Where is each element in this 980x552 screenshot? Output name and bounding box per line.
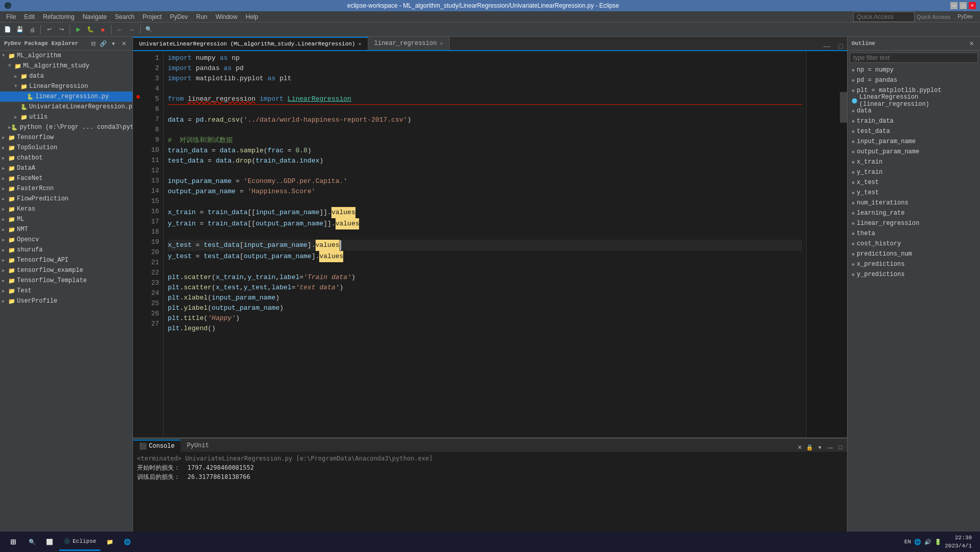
tree-item-tensorflow-api[interactable]: ▶ 📁 Tensorflow_API [0, 255, 132, 265]
op-eq-7: = [184, 115, 195, 125]
taskbar-file-explorer[interactable]: 📁 [102, 533, 118, 551]
tree-item-ml[interactable]: ▶ 📁 ML [0, 214, 132, 224]
taskbar-eclipse[interactable]: 🌑 Eclipse [59, 533, 100, 551]
outline-item-lr-import[interactable]: ⬤ LinearRegression (linear_regression) [848, 96, 980, 106]
outline-item-num-iterations[interactable]: ◆ num_iterations [848, 198, 980, 208]
tree-item-opencv[interactable]: ▶ 📁 Opencv [0, 235, 132, 245]
outline-item-y-train[interactable]: ◆ y_train [848, 167, 980, 177]
new-button[interactable]: 📄 [2, 24, 13, 35]
explorer-close-button[interactable]: ✕ [119, 39, 128, 48]
menu-refactoring[interactable]: Refactoring [39, 12, 78, 21]
outline-item-x-train[interactable]: ◆ x_train [848, 157, 980, 167]
outline-item-test-data[interactable]: ◆ test_data [848, 126, 980, 136]
tree-item-tensorflow-template[interactable]: ▶ 📁 Tensorflow_Template [0, 275, 132, 286]
menu-window[interactable]: Window [212, 12, 242, 21]
tree-item-tensorflow-example[interactable]: ▶ 📁 tensorflow_example [0, 265, 132, 275]
run-button[interactable]: ▶ [73, 24, 84, 35]
tree-item-data[interactable]: ▶ 📁 data [0, 71, 132, 81]
outline-item-train-data[interactable]: ◆ train_data [848, 116, 980, 126]
var-y-train: y_train [168, 219, 196, 229]
taskbar-search[interactable]: 🔍 [25, 533, 40, 551]
undo-button[interactable]: ↩ [43, 24, 55, 35]
perspective-button[interactable]: PyDev [952, 11, 978, 22]
tree-item-shurufa[interactable]: ▶ 📁 shurufa [0, 245, 132, 255]
tree-item-dataa[interactable]: ▶ 📁 DataA [0, 163, 132, 173]
back-button[interactable]: ← [114, 24, 125, 35]
menu-edit[interactable]: Edit [20, 12, 39, 21]
menu-pydev[interactable]: PyDev [166, 12, 192, 21]
tree-item-tensorflow[interactable]: ▶ 📁 Tensorflow [0, 132, 132, 143]
outline-item-x-predictions[interactable]: ◆ x_predictions [848, 259, 980, 269]
stop-button[interactable]: ■ [97, 24, 108, 35]
save-button[interactable]: 💾 [14, 24, 26, 35]
close-button[interactable]: ✕ [969, 2, 976, 9]
minimize-button[interactable]: — [950, 2, 957, 9]
taskbar-browser[interactable]: 🌐 [120, 533, 135, 551]
maximize-button[interactable]: □ [960, 2, 967, 9]
outline-item-predictions-num[interactable]: ◆ predictions_num [848, 249, 980, 259]
tree-item-flowprediction[interactable]: ▶ 📁 FlowPrediction [0, 194, 132, 204]
outline-item-output-param[interactable]: ◆ output_param_name [848, 147, 980, 157]
collapse-all-button[interactable]: ⊟ [88, 39, 98, 48]
forward-button[interactable]: → [126, 24, 138, 35]
outline-item-x-test[interactable]: ◆ x_test [848, 177, 980, 188]
outline-item-cost-history[interactable]: ◆ cost_history [848, 239, 980, 249]
print-button[interactable]: 🖨 [27, 24, 38, 35]
menu-navigate[interactable]: Navigate [78, 12, 110, 21]
explorer-menu-button[interactable]: ▾ [109, 39, 118, 48]
tree-item-fasterrcnn[interactable]: ▶ 📁 FasterRcnn [0, 183, 132, 194]
tree-item-nmt[interactable]: ▶ 📁 NMT [0, 224, 132, 235]
menu-search[interactable]: Search [111, 12, 139, 21]
maximize-console-button[interactable]: □ [836, 443, 845, 452]
outline-item-y-predictions[interactable]: ◆ y_predictions [848, 269, 980, 280]
menu-help[interactable]: Help [241, 12, 262, 21]
scroll-lock-button[interactable]: 🔒 [805, 443, 814, 452]
console-menu-button[interactable]: ▾ [815, 443, 825, 452]
outline-filter-input[interactable] [850, 53, 978, 63]
clear-console-button[interactable]: ✕ [795, 443, 804, 452]
tab-linear-regression[interactable]: linear_regression ✕ [368, 37, 450, 50]
tree-item-test[interactable]: ▶ 📁 Test [0, 286, 132, 296]
tab-univariate-close[interactable]: ✕ [358, 41, 361, 47]
taskbar-clock[interactable]: 22:30 2023/4/1 [945, 534, 972, 550]
tree-item-facenet[interactable]: ▶ 📁 FaceNet [0, 173, 132, 183]
outline-item-theta[interactable]: ◆ theta [848, 228, 980, 239]
tree-item-ml-algorithm[interactable]: ▼ 📁 ML_algorithm [0, 51, 132, 61]
outline-item-y-test[interactable]: ◆ y_test [848, 188, 980, 198]
outline-close-button[interactable]: ✕ [967, 39, 976, 48]
redo-button[interactable]: ↪ [56, 24, 67, 35]
tree-item-keras[interactable]: ▶ 📁 Keras [0, 204, 132, 214]
outline-item-learning-rate[interactable]: ◆ learning_rate [848, 208, 980, 218]
outline-item-linear-regression[interactable]: ◆ linear_regression [848, 218, 980, 228]
search-button[interactable]: 🔍 [143, 24, 154, 35]
tree-item-python[interactable]: ▶ 🐍 python (e:\Progr ... conda3\python.e… [0, 122, 132, 132]
outline-item-np[interactable]: ◆ np = numpy [848, 65, 980, 75]
menu-project[interactable]: Project [139, 12, 166, 21]
code-content[interactable]: import numpy as np import pandas [164, 51, 806, 438]
scroll-thumb[interactable] [840, 92, 847, 123]
tree-item-univariate-py[interactable]: 🐍 UnivariateLinearRegression.py [0, 102, 132, 112]
tree-item-userprofile[interactable]: ▶ 📁 UserProfile [0, 296, 132, 306]
tree-item-linear-regression-py[interactable]: 🐍 linear_regression.py [0, 91, 132, 102]
taskbar-start-button[interactable]: ⊞ [4, 533, 23, 551]
menu-run[interactable]: Run [192, 12, 212, 21]
tree-item-topsolution[interactable]: ▶ 📁 TopSolution [0, 143, 132, 153]
bottom-tab-console[interactable]: ⬛ Console [133, 440, 181, 452]
tab-lr-close[interactable]: ✕ [440, 40, 443, 47]
quick-access-input[interactable] [853, 12, 915, 22]
outline-item-pd[interactable]: ◆ pd = pandas [848, 75, 980, 85]
minimize-editor-button[interactable]: — [819, 42, 835, 50]
taskbar-task-view[interactable]: ⬜ [42, 533, 57, 551]
tree-item-ml-study[interactable]: ▼ 📁 ML_algorithm_study [0, 61, 132, 71]
maximize-editor-button[interactable]: □ [835, 42, 847, 50]
debug-button[interactable]: 🐛 [85, 24, 96, 35]
minimize-console-button[interactable]: — [826, 443, 835, 452]
outline-item-input-param[interactable]: ◆ input_param_name [848, 136, 980, 147]
link-editor-button[interactable]: 🔗 [99, 39, 108, 48]
bottom-tab-pyunit[interactable]: PyUnit [181, 440, 215, 452]
menu-file[interactable]: File [2, 12, 20, 21]
tree-item-utils[interactable]: ▶ 📁 utils [0, 112, 132, 122]
tree-item-chatbot[interactable]: ▶ 📁 chatbot [0, 153, 132, 163]
tab-univariate[interactable]: UnivariateLinearRegression (ML_algorithm… [133, 37, 368, 50]
tree-item-linear-regression[interactable]: ▼ 📁 LinearRegression [0, 81, 132, 91]
